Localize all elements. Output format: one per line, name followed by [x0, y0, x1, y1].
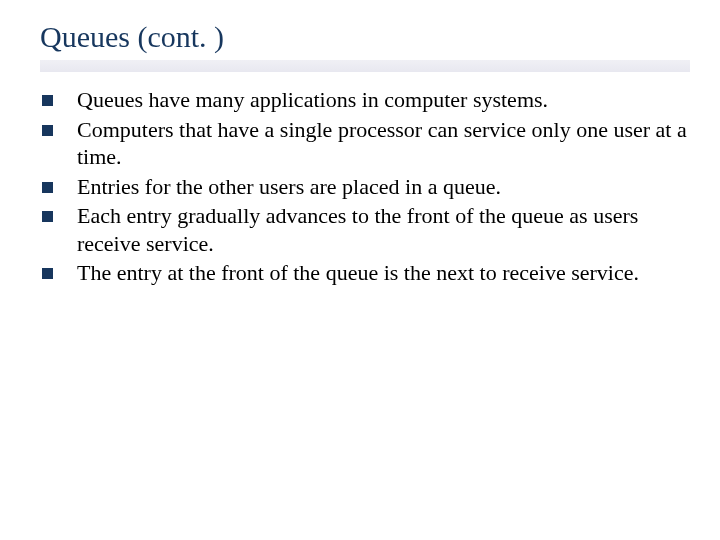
- list-item: Entries for the other users are placed i…: [40, 173, 690, 201]
- bullet-text: Each entry gradually advances to the fro…: [77, 202, 690, 257]
- slide-body: Queues have many applications in compute…: [40, 86, 690, 287]
- list-item: Each entry gradually advances to the fro…: [40, 202, 690, 257]
- slide-title: Queues (cont. ): [40, 20, 690, 54]
- square-bullet-icon: [42, 95, 53, 106]
- slide: Queues (cont. ) Queues have many applica…: [0, 0, 720, 540]
- bullet-text: Computers that have a single processor c…: [77, 116, 690, 171]
- title-underline: [40, 60, 690, 72]
- bullet-text: The entry at the front of the queue is t…: [77, 259, 690, 287]
- bullet-text: Entries for the other users are placed i…: [77, 173, 690, 201]
- bullet-text: Queues have many applications in compute…: [77, 86, 690, 114]
- square-bullet-icon: [42, 211, 53, 222]
- list-item: Computers that have a single processor c…: [40, 116, 690, 171]
- list-item: The entry at the front of the queue is t…: [40, 259, 690, 287]
- square-bullet-icon: [42, 182, 53, 193]
- list-item: Queues have many applications in compute…: [40, 86, 690, 114]
- square-bullet-icon: [42, 268, 53, 279]
- square-bullet-icon: [42, 125, 53, 136]
